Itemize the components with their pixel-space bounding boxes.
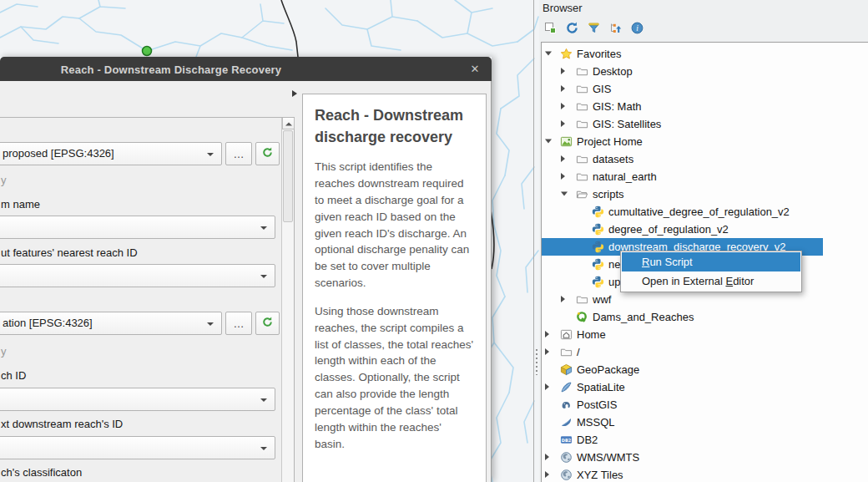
tree-item-label: ne xyxy=(608,256,620,273)
properties-button[interactable]: i xyxy=(629,21,644,36)
folder-icon xyxy=(576,100,588,113)
param-combo[interactable] xyxy=(0,388,275,411)
tree-item-project-home[interactable]: Project Home xyxy=(542,133,868,150)
param-label: m name xyxy=(1,198,40,211)
menu-item-run-script[interactable]: Run Script xyxy=(622,252,800,271)
refresh-icon xyxy=(261,316,274,331)
db2-icon: DB2 xyxy=(560,434,573,446)
tree-item-label: Home xyxy=(577,326,606,343)
folder-icon xyxy=(576,65,588,78)
tree-item-label: natural_earth xyxy=(593,168,657,185)
tree-item-scripts[interactable]: scripts xyxy=(542,185,868,203)
chevron-down-icon[interactable] xyxy=(545,140,552,144)
tree-item-cumultative-degree-of-regulation-v2[interactable]: cumultative_degree_of_regulation_v2 xyxy=(542,203,868,221)
tree-item-mssql[interactable]: MSSQL xyxy=(542,414,868,431)
project-home-icon xyxy=(560,135,573,148)
tree-item-wms-wmts[interactable]: WMS/WMTS xyxy=(542,449,868,466)
tree-item-favorites[interactable]: Favorites xyxy=(542,45,868,63)
tree-item-natural-earth[interactable]: natural_earth xyxy=(542,168,868,185)
tree-item-label: XYZ Tiles xyxy=(577,466,623,482)
param-combo[interactable] xyxy=(0,436,275,459)
folder-icon xyxy=(576,83,588,95)
tree-item-label: degree_of_regulation_v2 xyxy=(608,221,729,238)
folder-open-icon xyxy=(576,188,588,200)
globe-icon xyxy=(560,469,573,481)
context-menu: Run ScriptOpen in External Editor xyxy=(620,251,802,292)
layer-combo[interactable]: ation [EPSG:4326] xyxy=(0,312,222,335)
dock-splitter xyxy=(533,0,534,482)
chevron-right-icon[interactable] xyxy=(561,173,565,180)
add-selected-layers-button[interactable] xyxy=(542,21,558,36)
scroll-up-button[interactable] xyxy=(282,118,295,129)
form-scrollbar[interactable] xyxy=(281,118,294,482)
reload-layers-button[interactable] xyxy=(255,142,280,165)
folder-icon xyxy=(576,153,588,165)
tree-item-dams-and-reaches[interactable]: Dams_and_Reaches xyxy=(542,308,868,326)
param-combo[interactable] xyxy=(0,216,275,239)
tree-item-gis[interactable]: GIS xyxy=(542,80,868,98)
chevron-right-icon[interactable] xyxy=(545,471,549,478)
chevron-right-icon[interactable] xyxy=(545,331,549,337)
globe-icon xyxy=(560,451,573,464)
star-icon xyxy=(560,48,573,60)
tree-item-spatialite[interactable]: SpatiaLite xyxy=(542,378,868,396)
close-icon[interactable]: ✕ xyxy=(464,60,486,78)
param-label: ch ID xyxy=(1,369,26,382)
chevron-down-icon xyxy=(207,322,214,326)
tree-item-item[interactable]: / xyxy=(542,343,868,361)
menu-item-open-in-external-editor[interactable]: Open in External Editor xyxy=(622,271,800,291)
tree-item-wwf[interactable]: wwf xyxy=(542,291,868,308)
geopackage-icon xyxy=(560,363,573,376)
filter-browser-icon xyxy=(587,25,601,38)
tree-item-desktop[interactable]: Desktop xyxy=(542,63,868,80)
chevron-right-icon[interactable] xyxy=(545,383,549,390)
param-combo[interactable] xyxy=(0,264,275,287)
tree-item-gis-math[interactable]: GIS: Math xyxy=(542,98,868,115)
param-label: xt downstream reach's ID xyxy=(1,418,123,430)
filter-browser-button[interactable] xyxy=(586,21,601,36)
refresh-button[interactable] xyxy=(564,21,579,36)
tree-item-datasets[interactable]: datasets xyxy=(542,150,868,168)
chevron-right-icon[interactable] xyxy=(561,85,565,92)
param-label: ut features' nearest reach ID xyxy=(1,246,138,259)
help-title: Reach - Downstream discharge recovery xyxy=(315,104,473,148)
chevron-right-icon[interactable] xyxy=(561,103,565,109)
tree-item-label: / xyxy=(577,343,580,361)
chevron-down-icon[interactable] xyxy=(545,52,552,56)
chevron-down-icon[interactable] xyxy=(561,192,568,196)
chevron-right-icon[interactable] xyxy=(561,296,565,302)
tree-item-db2[interactable]: DB2DB2 xyxy=(542,431,868,449)
scrollbar-thumb[interactable] xyxy=(283,130,293,222)
tree-item-degree-of-regulation-v2[interactable]: degree_of_regulation_v2 xyxy=(542,221,868,238)
tree-item-home[interactable]: Home xyxy=(542,326,868,343)
dock-splitter-handle[interactable] xyxy=(536,349,537,375)
help-pane: Reach - Downstream discharge recovery Th… xyxy=(302,94,487,482)
help-paragraph: This script identifies the reaches downs… xyxy=(315,159,474,292)
collapse-help-icon[interactable] xyxy=(292,90,297,97)
combo-value: ation [EPSG:4326] xyxy=(3,312,93,334)
browse-button[interactable]: … xyxy=(225,312,252,335)
tree-item-label: cumultative_degree_of_regulation_v2 xyxy=(608,203,790,221)
refresh-icon xyxy=(565,25,579,38)
reload-layers-button[interactable] xyxy=(255,312,280,335)
chevron-right-icon[interactable] xyxy=(561,155,565,162)
chevron-right-icon[interactable] xyxy=(561,120,565,127)
browse-button[interactable]: … xyxy=(225,142,252,165)
chevron-right-icon[interactable] xyxy=(545,348,549,355)
chevron-right-icon[interactable] xyxy=(545,454,549,460)
tree-item-label: Project Home xyxy=(577,133,643,150)
qgis-project-icon xyxy=(576,311,588,323)
dam-point-marker[interactable] xyxy=(143,47,152,56)
chevron-right-icon[interactable] xyxy=(561,68,565,74)
folder-icon xyxy=(560,346,573,358)
combo-value: proposed [EPSG:4326] xyxy=(3,143,114,165)
collapse-all-icon xyxy=(608,25,623,38)
tree-item-gis-satellites[interactable]: GIS: Satellites xyxy=(542,115,868,133)
tree-item-geopackage[interactable]: GeoPackage xyxy=(542,361,868,378)
tree-item-postgis[interactable]: PostGIS xyxy=(542,396,868,414)
help-paragraph: Using those downstream reaches, the scri… xyxy=(315,303,474,453)
dialog-titlebar[interactable]: Reach - Downstream Discharge Recovery ✕ xyxy=(0,57,492,81)
collapse-all-button[interactable] xyxy=(608,21,623,36)
tree-item-xyz-tiles[interactable]: XYZ Tiles xyxy=(542,466,868,482)
layer-combo[interactable]: proposed [EPSG:4326] xyxy=(0,142,222,165)
